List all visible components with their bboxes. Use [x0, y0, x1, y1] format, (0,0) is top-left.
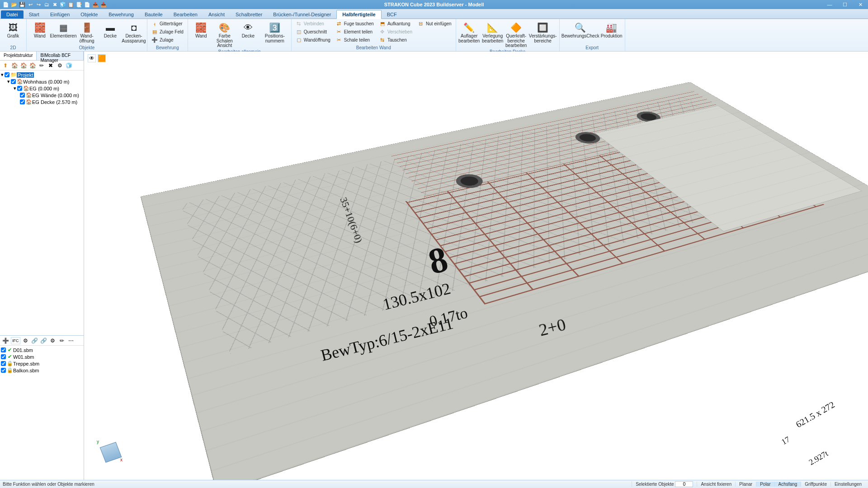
- aufkantung-button[interactable]: ⬒Aufkantung: [377, 20, 415, 28]
- tab-datei[interactable]: Datei: [1, 10, 24, 19]
- tree-checkbox[interactable]: [17, 86, 22, 91]
- wandoeffnung-button[interactable]: 🚪Wand- öffnung: [75, 20, 98, 45]
- tool-icon[interactable]: 🔗: [40, 337, 47, 344]
- tool-icon[interactable]: 🏠: [29, 62, 36, 69]
- close-button[interactable]: ✕: [853, 0, 868, 9]
- verstaerkung-button[interactable]: 🔲Verstärkungs- bereiche: [528, 20, 557, 49]
- qa-icon[interactable]: ✖: [52, 1, 58, 8]
- positionsnummern-button[interactable]: 3️⃣Positions- nummern: [260, 20, 289, 49]
- tool-icon[interactable]: 🔗: [31, 337, 38, 344]
- tool-icon[interactable]: ✏: [38, 62, 45, 69]
- verlegung-button[interactable]: 📐Verlegung bearbeiten: [481, 20, 504, 49]
- tab-bcf[interactable]: BCF: [382, 10, 402, 19]
- tab-bearbeiten[interactable]: Bearbeiten: [168, 10, 203, 19]
- tool-icon[interactable]: ⚙: [49, 337, 57, 344]
- farbe-button[interactable]: 🎨Farbe Schalen Ansicht: [213, 20, 236, 49]
- schale-button[interactable]: ✂Schale teilen: [334, 36, 376, 44]
- project-tree[interactable]: ▾📁Projekt ▾🏠Wohnhaus (0.000 m) ▾🏠EG (0.0…: [0, 70, 84, 335]
- qa-icon[interactable]: 📥: [100, 1, 107, 8]
- file-checkbox[interactable]: [1, 361, 6, 366]
- qa-icon[interactable]: ↩: [27, 1, 33, 8]
- file-checkbox[interactable]: [1, 354, 6, 359]
- wand-button[interactable]: 🧱Wand: [28, 20, 51, 45]
- auflager-button[interactable]: ✏️Auflager bearbeiten: [458, 20, 481, 49]
- slab-dim2: 621.5 x 272: [794, 399, 836, 430]
- zulage-button[interactable]: ➕Zulage: [149, 36, 186, 44]
- qa-icon[interactable]: 📤: [92, 1, 99, 8]
- fuge-button[interactable]: ⇄Fuge tauschen: [334, 20, 376, 28]
- grafik-button[interactable]: 🖼Grafik: [2, 20, 24, 45]
- decke-edit-button[interactable]: 👁Decke: [237, 20, 259, 49]
- tab-bauteile[interactable]: Bauteile: [139, 10, 168, 19]
- tauschen-button[interactable]: ⇆Tauschen: [377, 36, 415, 44]
- einstellungen-button[interactable]: Einstellungen: [830, 482, 865, 487]
- qa-icon[interactable]: 🧊: [60, 1, 66, 8]
- decke-button[interactable]: ▬Decke: [99, 20, 122, 45]
- planar-toggle[interactable]: Planar: [735, 482, 756, 487]
- tab-einfuegen[interactable]: Einfügen: [45, 10, 75, 19]
- qa-icon[interactable]: 💾: [19, 1, 25, 8]
- vp-tool-icon[interactable]: 🟧: [98, 54, 106, 62]
- deckenaussparung-button[interactable]: ◘Decken- Aussparung: [123, 20, 145, 45]
- ansicht-fixieren-toggle[interactable]: Ansicht fixieren: [697, 482, 735, 487]
- tool-icon[interactable]: ⚙: [22, 337, 29, 344]
- qa-icon[interactable]: 📂: [11, 1, 17, 8]
- file-list[interactable]: ✔D01.sbm ✔W01.sbm 🔒Treppe.sbm 🔒Balkon.sb…: [0, 346, 84, 480]
- reinforce-icon: 🔲: [536, 21, 550, 34]
- element-button[interactable]: ✂Element teilen: [334, 28, 376, 36]
- tab-start[interactable]: Start: [24, 10, 45, 19]
- tree-checkbox[interactable]: [20, 93, 25, 98]
- 3d-viewport[interactable]: 👁 🟧 8 130.5x102 BewTyp:6/15-2xE11 0.17to…: [84, 52, 868, 480]
- polar-toggle[interactable]: Polar: [756, 482, 774, 487]
- verschieben-button[interactable]: ✥Verschieben: [377, 28, 415, 36]
- qa-icon[interactable]: 🗂: [43, 1, 50, 8]
- tool-icon[interactable]: 🏠: [11, 62, 18, 69]
- wandoeffnung2-button[interactable]: ▢Wandöffnung: [293, 36, 333, 44]
- achsfang-toggle[interactable]: Achsfang: [774, 482, 801, 487]
- panel-tab-bcf[interactable]: BIMcollab BCF Manager: [37, 52, 84, 60]
- gittertraeger-button[interactable]: ⫞Gitterträger: [149, 20, 186, 28]
- qa-icon[interactable]: 📄: [84, 1, 90, 8]
- maximize-button[interactable]: ☐: [837, 0, 853, 9]
- qa-icon[interactable]: 📋: [68, 1, 74, 8]
- minimize-button[interactable]: —: [822, 0, 837, 9]
- tool-icon[interactable]: ⬆: [2, 62, 9, 69]
- verbinden-button[interactable]: ⇆Verbinden: [293, 20, 333, 28]
- qa-icon[interactable]: 📄: [3, 1, 9, 8]
- griffpunkte-toggle[interactable]: Griffpunkte: [801, 482, 830, 487]
- tab-bewehrung[interactable]: Bewehrung: [103, 10, 139, 19]
- tool-icon[interactable]: ⋯: [67, 337, 75, 344]
- tab-schalbretter[interactable]: Schalbretter: [230, 10, 268, 19]
- tab-objekte[interactable]: Objekte: [75, 10, 103, 19]
- qa-icon[interactable]: 📑: [76, 1, 82, 8]
- tab-halbfertigteile[interactable]: Halbfertigteile: [336, 10, 381, 19]
- wand-edit-button[interactable]: 🧱Wand: [190, 20, 212, 49]
- tool-icon[interactable]: 🧊: [65, 62, 72, 69]
- produktion-button[interactable]: 🏭Produktion: [600, 20, 623, 45]
- tool-icon[interactable]: 🏠: [20, 62, 27, 69]
- querkraft-button[interactable]: 🔶Querkraft- bereiche bearbeiten: [505, 20, 528, 49]
- slab-icon: ▬: [104, 21, 117, 34]
- tab-ansicht[interactable]: Ansicht: [203, 10, 230, 19]
- vp-tool-icon[interactable]: 👁: [88, 54, 96, 62]
- querschnitt-button[interactable]: ◫Querschnitt: [293, 28, 333, 36]
- qa-icon[interactable]: ↪: [35, 1, 42, 8]
- ifc-button[interactable]: IFC: [11, 337, 20, 344]
- tool-icon[interactable]: ➕: [2, 337, 9, 344]
- view-cube[interactable]: x y: [98, 439, 125, 466]
- zulagefeld-button[interactable]: ▤Zulage Feld: [149, 28, 186, 36]
- selected-count-field[interactable]: [675, 481, 693, 487]
- tool-icon[interactable]: ✖: [47, 62, 54, 69]
- tool-icon[interactable]: ⚙: [56, 62, 63, 69]
- tree-checkbox[interactable]: [20, 99, 25, 104]
- file-checkbox[interactable]: [1, 368, 6, 373]
- elementieren-button[interactable]: ▦Elementieren: [52, 20, 75, 45]
- tool-icon[interactable]: ✏: [58, 337, 66, 344]
- tab-brueckentunnel[interactable]: Brücken-/Tunnel-Designer: [268, 10, 336, 19]
- tree-checkbox[interactable]: [5, 72, 9, 77]
- bewehrungscheck-button[interactable]: 🔍BewehrungsCheck: [561, 20, 599, 45]
- panel-tab-struktur[interactable]: Projektstruktur: [0, 52, 37, 60]
- nut-button[interactable]: ⊟Nut einfügen: [415, 20, 454, 28]
- tree-checkbox[interactable]: [11, 79, 16, 84]
- file-checkbox[interactable]: [1, 347, 6, 352]
